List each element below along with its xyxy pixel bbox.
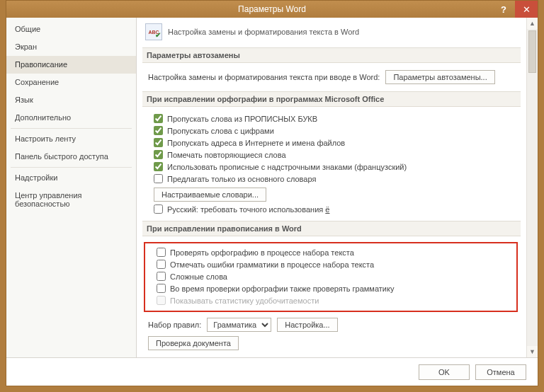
sidebar-item-display[interactable]: Экран [6,38,136,56]
chk-russian-yo[interactable] [154,204,163,214]
chk-uppercase-words[interactable] [154,114,163,123]
chk-repeated-words[interactable] [154,150,163,159]
window-controls: ? ✕ [492,1,538,18]
lbl-words-numbers: Пропускать слова с цифрами [167,127,274,135]
close-button[interactable]: ✕ [515,1,538,18]
vertical-scrollbar[interactable]: ▲ ▼ [526,18,538,357]
autocorrect-row: Настройка замены и форматирования текста… [145,69,518,86]
scroll-up-button[interactable]: ▲ [527,18,538,29]
sidebar-item-language[interactable]: Язык [6,91,136,109]
chk-grammar-as-type[interactable] [157,260,166,269]
section-autocorrect-header: Параметры автозамены [142,47,521,63]
section-office-header: При исправлении орфографии в программах … [142,91,521,107]
custom-dictionaries-button[interactable]: Настраиваемые словари... [154,188,266,202]
sidebar-item-advanced[interactable]: Дополнительно [6,109,136,127]
dialog-footer: OK Отмена [6,357,538,386]
chk-grammar-with-spell[interactable] [157,284,166,293]
lbl-french-accents: Использовать прописные с надстрочными зн… [167,163,407,171]
category-sidebar: Общие Экран Правописание Сохранение Язык… [6,18,137,357]
lbl-compound-words: Сложные слова [170,272,227,281]
lbl-spell-as-type: Проверять орфографию в процессе набора т… [170,248,354,257]
scroll-down-button[interactable]: ▼ [527,346,538,357]
sidebar-item-quick-access[interactable]: Панель быстрого доступа [6,148,136,166]
lbl-russian-yo: Русский: требовать точного использования… [167,205,329,214]
options-dialog: Параметры Word ? ✕ Общие Экран Правописа… [6,0,538,386]
sidebar-item-trust-center[interactable]: Центр управления безопасностью [6,187,136,213]
lbl-uppercase-words: Пропускать слова из ПРОПИСНЫХ БУКВ [167,115,317,123]
chk-spell-as-type[interactable] [157,248,166,257]
ok-button[interactable]: OK [419,364,470,380]
ruleset-settings-button[interactable]: Настройка... [277,318,337,332]
chk-french-accents[interactable] [154,162,163,171]
sidebar-item-general[interactable]: Общие [6,21,136,38]
cancel-button[interactable]: Отмена [475,364,526,380]
autocorrect-options-button[interactable]: Параметры автозамены... [385,70,494,84]
main-panel: ABC✔ Настройка замены и форматирования т… [137,18,538,357]
sidebar-item-customize-ribbon[interactable]: Настроить ленту [6,130,136,148]
chk-internet-files[interactable] [154,138,163,147]
sidebar-item-proofing[interactable]: Правописание [6,56,136,74]
ruleset-combo[interactable]: Грамматика [207,318,271,332]
window-title: Параметры Word [6,4,538,14]
titlebar: Параметры Word ? ✕ [6,1,538,18]
lbl-readability: Показывать статистику удобочитаемости [170,296,319,305]
section-word-header: При исправлении правописания в Word [142,221,521,236]
page-subtitle: Настройка замены и форматирования текста… [168,28,359,36]
options-scrollpane: ABC✔ Настройка замены и форматирования т… [137,18,526,357]
page-header: ABC✔ Настройка замены и форматирования т… [145,23,518,40]
sidebar-item-addins[interactable]: Надстройки [6,169,136,187]
lbl-repeated-words: Помечать повторяющиеся слова [167,151,286,159]
lbl-internet-files: Пропускать адреса в Интернете и имена фа… [167,139,345,147]
help-button[interactable]: ? [492,1,515,18]
chk-readability [157,296,166,305]
lbl-main-dictionary: Предлагать только из основного словаря [167,175,316,183]
lbl-grammar-as-type: Отмечать ошибки грамматики в процессе на… [170,260,374,269]
autocorrect-label: Настройка замены и форматирования текста… [148,73,380,81]
recheck-document-button[interactable]: Проверка документа [148,336,239,350]
chk-main-dictionary[interactable] [154,174,163,183]
proofing-icon: ABC✔ [145,23,162,40]
highlighted-group: Проверять орфографию в процессе набора т… [144,242,518,312]
chk-compound-words[interactable] [157,272,166,281]
lbl-grammar-with-spell: Во время проверки орфографии также прове… [170,284,394,293]
ruleset-label: Набор правил: [148,321,201,329]
dialog-body: Общие Экран Правописание Сохранение Язык… [6,18,538,357]
scroll-thumb[interactable] [528,30,536,73]
sidebar-item-save[interactable]: Сохранение [6,74,136,91]
chk-words-numbers[interactable] [154,126,163,135]
